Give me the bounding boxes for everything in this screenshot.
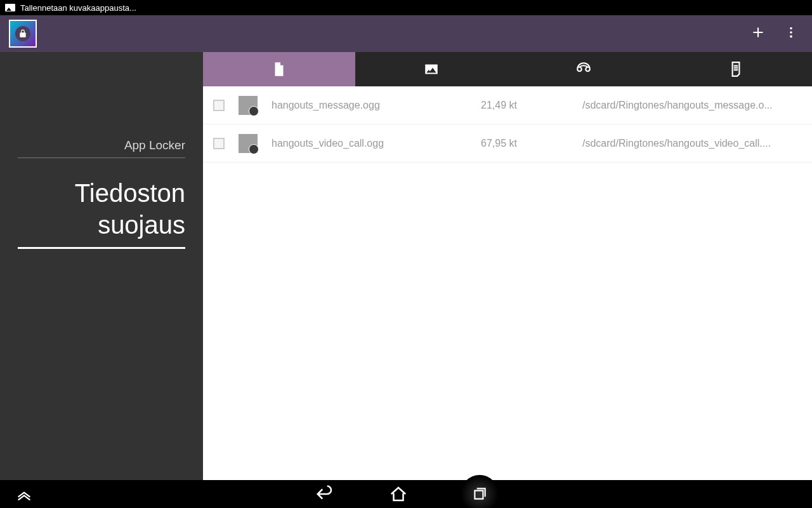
tab-bar bbox=[203, 52, 812, 86]
checkbox[interactable] bbox=[213, 138, 225, 149]
image-icon bbox=[423, 61, 440, 77]
nav-home-button[interactable] bbox=[387, 483, 410, 505]
nav-back-button[interactable] bbox=[313, 483, 336, 505]
more-menu-button[interactable] bbox=[784, 25, 798, 42]
nav-bar bbox=[0, 480, 812, 508]
app-icon[interactable] bbox=[9, 20, 37, 48]
sidebar-item-file-protection[interactable]: Tiedoston suojaus bbox=[18, 158, 185, 249]
main-panel: hangouts_message.ogg 21,49 kt /sdcard/Ri… bbox=[203, 52, 812, 480]
picture-icon bbox=[5, 4, 15, 11]
nav-recent-button[interactable] bbox=[461, 475, 499, 508]
file-path: /sdcard/Ringtones/hangouts_video_call...… bbox=[582, 138, 802, 149]
file-row[interactable]: hangouts_message.ogg 21,49 kt /sdcard/Ri… bbox=[203, 86, 812, 124]
status-bar: Tallennetaan kuvakaappausta... bbox=[0, 0, 812, 15]
file-size: 67,95 kt bbox=[481, 138, 582, 149]
svg-point-2 bbox=[790, 36, 792, 38]
sidebar: App Locker Tiedoston suojaus bbox=[0, 52, 203, 480]
tab-documents[interactable] bbox=[660, 52, 812, 86]
file-list: hangouts_message.ogg 21,49 kt /sdcard/Ri… bbox=[203, 86, 812, 163]
file-row[interactable]: hangouts_video_call.ogg 67,95 kt /sdcard… bbox=[203, 124, 812, 163]
checkbox[interactable] bbox=[213, 100, 225, 111]
file-path: /sdcard/Ringtones/hangouts_message.o... bbox=[582, 100, 802, 111]
lock-icon bbox=[15, 26, 30, 41]
file-icon bbox=[271, 61, 287, 77]
add-button[interactable] bbox=[750, 24, 766, 43]
tab-audio[interactable] bbox=[508, 52, 660, 86]
file-thumb-icon bbox=[239, 134, 258, 153]
svg-point-1 bbox=[790, 31, 792, 34]
svg-point-0 bbox=[790, 27, 792, 30]
audio-icon bbox=[575, 61, 592, 77]
action-bar bbox=[0, 15, 812, 52]
file-thumb-icon bbox=[239, 96, 258, 115]
status-text: Tallennetaan kuvakaappausta... bbox=[20, 3, 136, 13]
document-icon bbox=[728, 61, 744, 77]
sidebar-item-applocker[interactable]: App Locker bbox=[18, 52, 185, 158]
tab-files[interactable] bbox=[203, 52, 355, 86]
file-size: 21,49 kt bbox=[481, 100, 582, 111]
file-name: hangouts_message.ogg bbox=[272, 100, 481, 111]
tab-images[interactable] bbox=[355, 52, 508, 86]
file-name: hangouts_video_call.ogg bbox=[272, 138, 481, 149]
nav-drawer-button[interactable] bbox=[13, 483, 36, 505]
